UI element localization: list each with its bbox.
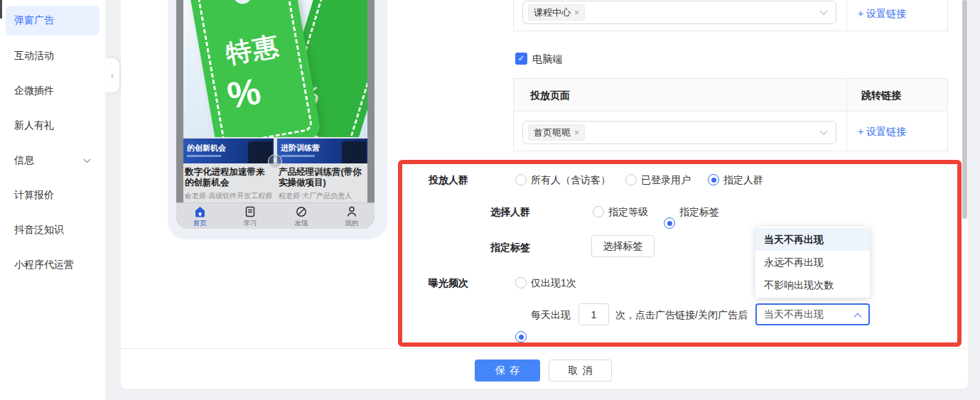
collapse-sidebar-button[interactable]: ‹	[105, 58, 119, 92]
frequency-label: 曝光频次	[429, 277, 468, 290]
daily-prefix: 每天出现	[531, 309, 571, 322]
banner-subtext-bar	[281, 155, 315, 157]
vertical-scrollbar[interactable]	[962, 0, 967, 219]
radio-everyone-label[interactable]: 所有人（含访客）	[531, 174, 610, 187]
sidebar-item-wecom-plugin[interactable]: 企微插件	[0, 77, 105, 105]
close-icon: ×	[272, 156, 277, 166]
pc-checkbox[interactable]: ✓	[515, 53, 527, 65]
save-button[interactable]: 保存	[475, 360, 540, 382]
course-card-image: 进阶训练营	[277, 139, 367, 163]
chevron-down-icon	[819, 10, 828, 16]
popup-ad-image: % 特惠 %	[183, 0, 367, 137]
sidebar-item-info[interactable]: 信息	[0, 146, 105, 175]
audience-label: 投放人群	[429, 174, 468, 187]
tag-label: 指定标签	[490, 242, 530, 254]
user-icon	[346, 206, 357, 217]
radio-daily-times[interactable]	[515, 331, 527, 342]
check-icon: ✓	[517, 53, 524, 63]
pc-checkbox-label: 电脑端	[532, 53, 562, 66]
chevron-up-icon	[854, 313, 862, 318]
times-input[interactable]	[578, 303, 609, 325]
course-teacher: 程老师·大厂产品负责人	[279, 191, 367, 201]
tab-mine: 我的	[336, 206, 367, 228]
banner-subtext-bar	[187, 155, 221, 157]
radio-everyone[interactable]	[515, 174, 527, 185]
radio-specified-level[interactable]	[593, 206, 604, 217]
chevron-down-icon	[819, 130, 828, 136]
dropdown-option-forever[interactable]: 永远不再出现	[755, 251, 870, 274]
radio-specified-group-label[interactable]: 指定人群	[723, 174, 763, 187]
radio-specified-tag[interactable]	[664, 217, 675, 229]
footer-divider	[121, 348, 968, 349]
column-header-page: 投放页面	[530, 79, 570, 112]
course-title: 数字化进程加速带来的创新机会	[185, 167, 273, 188]
mobile-page-select[interactable]: 课程中心 ×	[522, 1, 836, 24]
sidebar-item-newcomer-gift[interactable]: 新人有礼	[0, 112, 105, 140]
dropdown-option-today[interactable]: 当天不再出现	[755, 228, 870, 251]
course-card-image: 的创新机会	[183, 139, 274, 163]
close-icon[interactable]: ×	[574, 8, 579, 18]
radio-specified-group[interactable]	[708, 174, 719, 185]
tab-home: 首页	[184, 206, 215, 228]
popup-close-button[interactable]: ×	[268, 154, 282, 168]
sidebar: 弹窗广告 互动活动 企微插件 新人有礼 信息 计算报价 抖音泛知识 小程序代运营	[0, 0, 105, 400]
home-icon	[194, 206, 206, 217]
frequency-dropdown: 当天不再出现 永远不再出现 不影响出现次数	[755, 227, 870, 298]
selected-page-chip: 首页呃呃 ×	[528, 124, 585, 141]
discover-icon	[296, 206, 307, 217]
choose-tag-button[interactable]: 选择标签	[591, 235, 655, 257]
course-title: 产品经理训练营(带你实操做项目)	[279, 167, 367, 188]
cancel-button[interactable]: 取消	[549, 360, 612, 382]
course-teacher: 俞老师·高级软件开发工程师	[185, 191, 273, 201]
app-tabbar: 首页 学习 发现 我的	[176, 202, 375, 229]
radio-logged-in-label[interactable]: 已登录用户	[641, 174, 691, 187]
tab-study: 学习	[235, 206, 266, 228]
dropdown-option-no-effect[interactable]: 不影响出现次数	[755, 274, 870, 296]
phone-preview-screen: % 特惠 % 的创新机会 进阶训练营 数字化进程加速带来的创新机会 产品经理训练…	[176, 0, 375, 229]
tab-discover: 发现	[286, 206, 317, 228]
radio-show-once[interactable]	[515, 277, 527, 288]
daily-suffix: 次，点击广告链接/关闭广告后	[615, 309, 748, 322]
group-label: 选择人群	[490, 206, 530, 219]
edge-artifact	[0, 0, 2, 18]
sidebar-item-activity[interactable]: 互动活动	[0, 42, 105, 70]
sidebar-item-miniprogram[interactable]: 小程序代运营	[0, 251, 105, 279]
column-header-link: 跳转链接	[861, 79, 901, 112]
set-link-button[interactable]: + 设置链接	[858, 8, 906, 21]
after-close-select[interactable]: 当天不再出现	[755, 303, 870, 325]
sidebar-item-price-calc[interactable]: 计算报价	[0, 181, 105, 210]
radio-show-once-label[interactable]: 仅出现1次	[531, 277, 576, 290]
radio-specified-tag-label[interactable]: 指定标签	[679, 206, 719, 219]
selected-page-chip: 课程中心 ×	[528, 4, 585, 21]
book-icon	[244, 206, 256, 217]
chevron-down-icon	[83, 158, 91, 163]
close-icon[interactable]: ×	[574, 128, 579, 138]
radio-logged-in[interactable]	[625, 174, 637, 185]
sidebar-item-popup-ad[interactable]: 弹窗广告	[6, 6, 99, 36]
pc-page-select[interactable]: 首页呃呃 ×	[522, 121, 836, 144]
chevron-left-icon: ‹	[111, 70, 114, 80]
price-tag-main: 特惠 %	[188, 0, 322, 137]
radio-specified-level-label[interactable]: 指定等级	[608, 206, 648, 219]
set-link-button[interactable]: + 设置链接	[858, 126, 906, 139]
sidebar-item-douyin[interactable]: 抖音泛知识	[0, 216, 105, 244]
